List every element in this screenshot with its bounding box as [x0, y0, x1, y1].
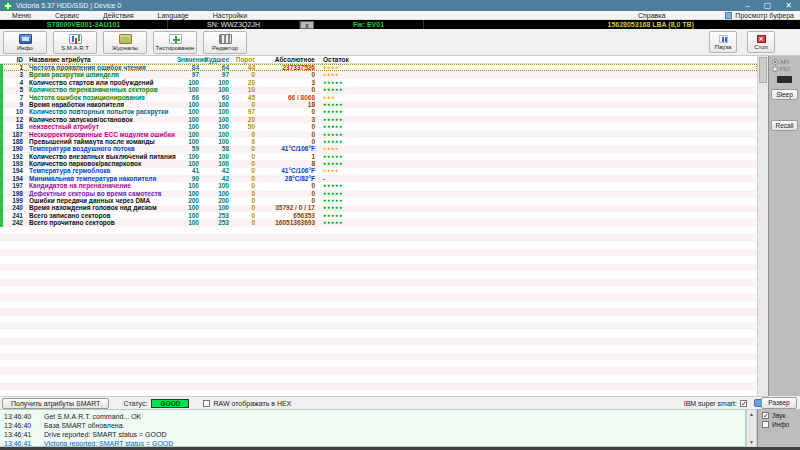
table-row[interactable]: 193Количество парковок/распарковок100100…: [0, 160, 757, 167]
table-scrollbar-thumb[interactable]: [759, 57, 767, 83]
table-row[interactable]: 7Частота ошибок позиционирования66604566…: [0, 94, 757, 101]
cell-worst: 100: [199, 101, 229, 108]
table-row[interactable]: 242Всего прочитано секторов1002530160513…: [0, 219, 757, 226]
table-row[interactable]: 188Превышений таймаута после команды1001…: [0, 138, 757, 145]
smart-chart-icon: [69, 34, 82, 44]
radio-pio-label: PIO: [780, 66, 790, 72]
cell-absolute: 0: [255, 138, 315, 145]
table-row[interactable]: 9Время наработки накопителя100100018●●●●…: [0, 101, 757, 108]
cell-value: 100: [177, 190, 199, 197]
cell-threshold: 0: [229, 138, 255, 145]
cell-value: 100: [177, 219, 199, 226]
cell-absolute: 18: [255, 101, 315, 108]
menu-item-меню[interactable]: Меню: [0, 11, 43, 20]
cell-absolute: 35792 / 0 / 17: [255, 204, 315, 211]
table-row[interactable]: 192Количество внезапных выключений питан…: [0, 153, 757, 160]
menu-item-сервис[interactable]: Сервис: [43, 11, 91, 20]
table-row[interactable]: 241Всего записано секторов1002530656353●…: [0, 212, 757, 219]
table-row[interactable]: 18неизвестный атрибут100100500●●●●●: [0, 123, 757, 130]
cell-absolute: 3: [255, 79, 315, 86]
menu-item-language[interactable]: Language: [146, 11, 201, 20]
table-row[interactable]: 197Кандидатов на переназначение10010000●…: [0, 182, 757, 189]
smart-table: ID Название атрибута Значение Худшее Пор…: [0, 56, 757, 396]
toolbar-right: Пауза ✕ Стоп: [709, 31, 775, 53]
cell-value: 90: [177, 175, 199, 182]
menu-item-help[interactable]: Справка: [628, 11, 675, 20]
cell-threshold: 50: [229, 123, 255, 130]
radio-api[interactable]: API: [772, 59, 798, 65]
cell-worst: 42: [199, 167, 229, 174]
cell-attribute-name: Время раскрутки шпинделя: [29, 71, 177, 78]
minimize-button[interactable]: –: [745, 1, 749, 11]
cell-attribute-name: Дефектные секторы во время самотеста: [29, 190, 177, 197]
table-row[interactable]: 190Температура воздушного потока5958041°…: [0, 145, 757, 152]
toolbar-button-test-plus[interactable]: Тестирование: [153, 31, 197, 54]
menu-item-настройки[interactable]: Настройки: [201, 11, 259, 20]
recall-button[interactable]: Recall: [771, 120, 798, 131]
scroll-down-icon[interactable]: ▼: [749, 439, 754, 445]
raw-hex-checkbox[interactable]: RAW отображать в HEX: [203, 400, 291, 407]
radio-pio[interactable]: PIO: [772, 66, 798, 72]
stop-button[interactable]: ✕ Стоп: [747, 31, 775, 53]
expand-log-button[interactable]: Развер: [761, 397, 797, 409]
cell-absolute: 0: [255, 131, 315, 138]
header-value: Значение: [177, 56, 199, 63]
cell-attribute-name: Превышений таймаута после команды: [29, 138, 177, 145]
scroll-up-icon[interactable]: ▲: [749, 411, 754, 417]
toolbar-button-label: S.M.A.R.T: [61, 45, 89, 51]
cell-value: 100: [177, 182, 199, 189]
cell-threshold: 45: [229, 94, 255, 101]
cell-remainder-dots: ●●●●●: [323, 212, 373, 219]
table-row[interactable]: 198Дефектные секторы во время самотеста1…: [0, 190, 757, 197]
toolbar-button-folder-photo[interactable]: Журналы: [103, 31, 147, 54]
cell-value: 100: [177, 138, 199, 145]
cell-attribute-name: Количество переназначенных секторов: [29, 86, 177, 93]
toolbar-button-label: Инфо: [17, 45, 33, 51]
cell-value: 100: [177, 153, 199, 160]
maximize-button[interactable]: ▢: [764, 1, 772, 11]
device-model[interactable]: ST8000VE001-3AU101: [0, 20, 168, 29]
close-button[interactable]: ✕: [785, 1, 792, 11]
menu-item-действия[interactable]: Действия: [91, 11, 146, 20]
buffer-view-button[interactable]: Просмотр буфера: [725, 12, 794, 19]
cell-absolute: 41°C/106°F: [255, 167, 315, 174]
pause-icon: [719, 35, 728, 43]
table-row[interactable]: 10Количество повторных попыток раскрутки…: [0, 108, 757, 115]
sleep-button[interactable]: Sleep: [771, 89, 798, 100]
table-row[interactable]: 4Количество стартов или пробуждений10010…: [0, 79, 757, 86]
cell-attribute-name: Всего прочитано секторов: [29, 219, 177, 226]
table-row[interactable]: 199Ошибки передачи данных через DMA20020…: [0, 197, 757, 204]
cell-worst: 100: [199, 160, 229, 167]
cell-remainder-dots: ●●●●●: [323, 197, 373, 204]
table-row[interactable]: 194Минимальная температура накопителя904…: [0, 175, 757, 182]
table-row[interactable]: 3Время раскрутки шпинделя979700●●●●: [0, 71, 757, 78]
cell-attribute-name: Количество внезапных выключений питания: [29, 153, 177, 160]
ibm-smart-checkbox[interactable]: IBM super smart:: [684, 399, 762, 407]
info-checkbox[interactable]: Инфо: [762, 421, 800, 428]
table-row[interactable]: 5Количество переназначенных секторов1001…: [0, 86, 757, 93]
toolbar-button-smart-chart[interactable]: S.M.A.R.T: [53, 31, 97, 54]
cell-worst: 100: [199, 108, 229, 115]
cell-remainder-dots: ●●●●●: [323, 116, 373, 123]
sound-checkbox[interactable]: Звук: [762, 412, 800, 419]
device-firmware: Fw: EV01: [314, 20, 424, 29]
pause-button[interactable]: Пауза: [709, 31, 737, 53]
get-smart-button[interactable]: Получить атрибуты SMART: [2, 398, 109, 409]
log-box: 13:46:40Get S.M.A.R.T. command... OK13:4…: [0, 409, 746, 447]
cell-remainder-dots: ●●●●●: [323, 138, 373, 145]
device-clear-button[interactable]: x: [300, 21, 314, 29]
table-row[interactable]: 240Время нахождения головок над диском10…: [0, 204, 757, 211]
main-area: ID Название атрибута Значение Худшее Пор…: [0, 56, 800, 396]
log-scrollbar[interactable]: ▲ ▼: [746, 409, 757, 447]
cell-threshold: 0: [229, 197, 255, 204]
toolbar-button-info-monitor[interactable]: Инфо: [3, 31, 47, 54]
cell-value: 100: [177, 212, 199, 219]
table-row[interactable]: 12Количество запусков/остановок100100203…: [0, 116, 757, 123]
window-controls: – ▢ ✕: [745, 1, 796, 11]
table-row[interactable]: 1Частота проявления ошибок чтения8464442…: [0, 64, 757, 71]
table-scrollbar[interactable]: [757, 56, 768, 396]
toolbar-button-hex-editor[interactable]: Редактор: [203, 31, 247, 54]
cell-worst: 100: [199, 190, 229, 197]
table-row[interactable]: 194Температура гермоблока4142041°C/106°F…: [0, 167, 757, 174]
table-row[interactable]: 187Нескорректированные ECC модулем ошибк…: [0, 131, 757, 138]
